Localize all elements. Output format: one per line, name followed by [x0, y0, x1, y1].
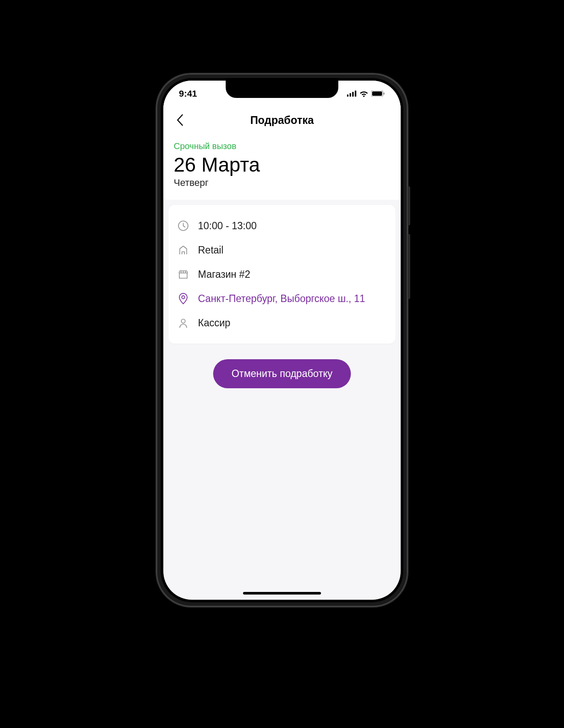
phone-inner: 9:41	[161, 78, 403, 602]
svg-point-4	[363, 95, 365, 97]
detail-address: Санкт-Петербург, Выборгское ш., 11	[198, 293, 365, 305]
battery-icon	[371, 91, 385, 97]
detail-row-company: Retail	[175, 238, 389, 262]
phone-frame: 9:41	[156, 74, 408, 607]
detail-role: Кассир	[198, 317, 230, 329]
action-area: Отменить подработку	[163, 359, 401, 388]
urgent-badge: Срочный вызов	[174, 141, 390, 151]
home-indicator[interactable]	[243, 592, 321, 595]
status-icons	[347, 90, 385, 97]
detail-row-time: 10:00 - 13:00	[175, 214, 389, 238]
date-title: 26 Марта	[174, 153, 390, 176]
svg-rect-6	[372, 91, 382, 96]
cancel-button[interactable]: Отменить подработку	[213, 359, 350, 388]
svg-rect-7	[384, 93, 385, 95]
wifi-icon	[359, 90, 369, 97]
weekday-label: Четверг	[174, 177, 390, 188]
clock-icon	[177, 220, 189, 232]
svg-point-10	[182, 319, 185, 323]
detail-store: Магазин #2	[198, 269, 250, 280]
map-pin-icon	[177, 292, 189, 305]
svg-rect-2	[352, 92, 354, 97]
chevron-left-icon	[176, 114, 183, 126]
side-button	[408, 234, 410, 299]
screen: 9:41	[163, 81, 401, 600]
nav-header: Подработка	[163, 107, 401, 133]
svg-rect-1	[350, 93, 351, 97]
detail-row-role: Кассир	[175, 311, 389, 335]
svg-rect-0	[347, 94, 349, 97]
store-icon	[177, 268, 189, 280]
svg-point-9	[182, 296, 185, 299]
detail-row-store: Магазин #2	[175, 262, 389, 286]
status-time: 9:41	[179, 88, 197, 99]
details-card: 10:00 - 13:00 Retail Магазин #2	[169, 205, 395, 344]
building-icon	[177, 244, 189, 256]
cellular-icon	[347, 91, 357, 97]
detail-row-address[interactable]: Санкт-Петербург, Выборгское ш., 11	[175, 286, 389, 311]
detail-company: Retail	[198, 244, 224, 256]
person-icon	[177, 317, 189, 329]
detail-time: 10:00 - 13:00	[198, 220, 257, 232]
side-button	[408, 186, 410, 225]
header-block: Срочный вызов 26 Марта Четверг	[163, 133, 401, 200]
back-button[interactable]	[171, 111, 188, 129]
page-title: Подработка	[163, 114, 401, 127]
svg-rect-3	[355, 91, 357, 97]
notch	[226, 81, 338, 98]
